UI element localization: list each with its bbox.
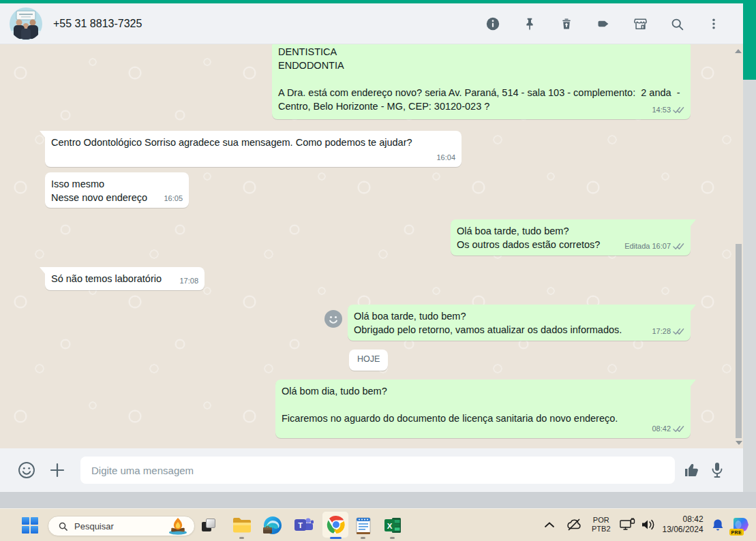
onedrive-paused-icon[interactable]: [566, 518, 582, 531]
running-indicator: [390, 537, 395, 539]
info-icon[interactable]: [474, 3, 511, 44]
copilot-icon[interactable]: PRE: [732, 516, 750, 534]
thumbs-up-icon[interactable]: [683, 462, 701, 478]
bubble-tail: [40, 131, 46, 138]
language-primary: POR: [592, 516, 611, 525]
message-text: Olá boa tarde, tudo bem? Obrigado pelo r…: [354, 309, 684, 337]
message-incoming[interactable]: Isso mesmo Nesse novo endereço 16:05: [45, 172, 189, 208]
running-indicator: [239, 537, 244, 539]
edited-label: Editada: [624, 239, 650, 253]
date-divider: HOJE: [349, 350, 388, 371]
message-text: Centro Odontológico Sorriso agradece sua…: [51, 136, 455, 149]
message-text: Isso mesmo Nesse novo endereço: [51, 177, 151, 204]
message-meta: Editada 16:07: [624, 239, 684, 253]
accent-corner-block: [743, 0, 756, 80]
app-accent-topline: [0, 0, 756, 3]
microphone-icon[interactable]: [709, 461, 725, 479]
scroll-down-icon[interactable]: [736, 441, 742, 445]
message-meta: 08:42: [652, 422, 684, 435]
message-meta: 14:53: [652, 103, 684, 117]
taskbar-search[interactable]: Pesquisar: [48, 516, 195, 536]
window-bottom-edge: [0, 492, 756, 508]
message-text: Olá bom dia, tudo bem? Ficaremos no agua…: [282, 384, 684, 425]
teams-icon[interactable]: T: [292, 516, 314, 535]
notification-bell-icon[interactable]: [712, 519, 724, 531]
message-incoming[interactable]: Só não temos laboratório 17:08: [45, 267, 205, 290]
message-input[interactable]: [80, 457, 675, 484]
windows-logo-icon: [22, 517, 38, 534]
delivered-check-icon: [673, 106, 684, 114]
storefront-icon[interactable]: [622, 3, 659, 44]
more-options-icon[interactable]: [695, 3, 732, 44]
tray-chevron-up-icon[interactable]: [544, 521, 555, 528]
clock[interactable]: 08:42 13/06/2024: [663, 514, 704, 535]
add-reaction-icon[interactable]: [324, 310, 342, 328]
task-view-icon[interactable]: [199, 516, 218, 535]
svg-text:T: T: [298, 521, 303, 529]
file-explorer-icon[interactable]: [231, 515, 253, 536]
message-outgoing[interactable]: Olá boa tarde, tudo bem? Os outros dados…: [451, 219, 691, 256]
notepad-icon[interactable]: [353, 515, 374, 535]
header-actions: [474, 3, 732, 44]
taskbar-search-label: Pesquisar: [74, 521, 114, 531]
message-time: 17:28: [652, 324, 671, 338]
label-icon[interactable]: [585, 3, 622, 44]
system-tray: POR PTB2 08:42 13/06/2024 PRE: [539, 508, 756, 541]
delete-icon[interactable]: [548, 3, 585, 44]
chat-header: +55 31 8813-7325: [0, 3, 743, 44]
message-text: DENTISTICA ENDODONTIA A Dra. está com en…: [278, 45, 684, 113]
message-time: 08:42: [652, 422, 671, 435]
tray-time: 08:42: [663, 514, 704, 525]
message-time: 14:53: [652, 103, 671, 117]
message-time: 16:07: [652, 239, 671, 253]
message-outgoing[interactable]: Olá bom dia, tudo bem? Ficaremos no agua…: [275, 380, 691, 438]
message-outgoing[interactable]: DENTISTICA ENDODONTIA A Dra. está com en…: [272, 44, 691, 119]
bubble-tail: [690, 219, 696, 227]
contact-avatar[interactable]: [10, 7, 42, 40]
start-button[interactable]: [19, 516, 41, 534]
network-icon[interactable]: [619, 518, 635, 531]
message-meta: 17:28: [652, 324, 684, 338]
message-text: Só não temos laboratório: [51, 272, 166, 285]
delivered-check-icon: [673, 243, 684, 250]
message-time: 16:05: [164, 191, 183, 205]
search-icon: [58, 521, 68, 531]
chrome-taskbar-button[interactable]: [322, 511, 349, 538]
delivered-check-icon: [673, 425, 684, 433]
bubble-tail: [690, 380, 696, 387]
campfire-highlight-icon: [166, 516, 190, 535]
message-incoming[interactable]: Centro Odontológico Sorriso agradece sua…: [45, 131, 462, 167]
volume-icon[interactable]: [641, 519, 656, 531]
bubble-tail: [40, 267, 46, 275]
message-time: 16:04: [436, 151, 455, 164]
search-icon[interactable]: [659, 3, 695, 44]
delivered-check-icon: [673, 328, 684, 335]
message-list[interactable]: DENTISTICA ENDODONTIA A Dra. está com en…: [0, 44, 743, 448]
running-indicator: [361, 537, 365, 539]
svg-text:X: X: [387, 522, 392, 530]
composer: [0, 448, 743, 492]
chat-scrollbar-thumb[interactable]: [736, 244, 742, 438]
message-outgoing[interactable]: Olá boa tarde, tudo bem? Obrigado pelo r…: [348, 305, 691, 341]
message-meta: 16:05: [164, 191, 183, 205]
active-indicator: [330, 537, 342, 539]
language-indicator[interactable]: POR PTB2: [592, 516, 611, 534]
window-right-edge: [743, 80, 756, 492]
scroll-up-icon[interactable]: [735, 49, 742, 53]
language-secondary: PTB2: [592, 525, 611, 534]
message-meta: 17:08: [179, 274, 198, 288]
message-meta: 16:04: [436, 151, 455, 164]
tray-date: 13/06/2024: [663, 525, 704, 535]
pin-icon[interactable]: [511, 3, 548, 44]
emoji-icon[interactable]: [18, 461, 35, 479]
contact-name[interactable]: +55 31 8813-7325: [53, 18, 142, 30]
message-time: 17:08: [179, 274, 198, 288]
copilot-preview-badge: PRE: [729, 529, 744, 536]
attach-plus-icon[interactable]: [49, 462, 65, 478]
edge-icon[interactable]: [262, 514, 284, 536]
excel-icon[interactable]: X: [382, 516, 403, 535]
bubble-tail: [690, 305, 696, 312]
chrome-icon: [327, 515, 346, 534]
